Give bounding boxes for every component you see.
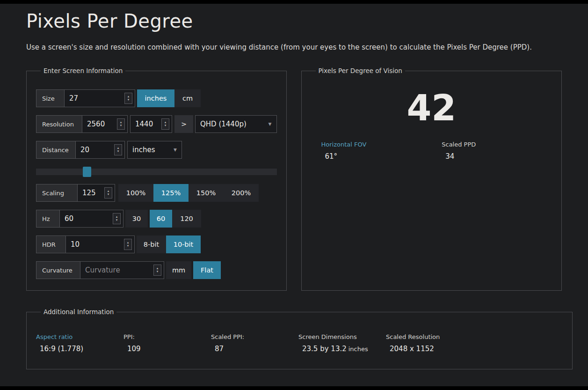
chevron-down-icon: ▼ xyxy=(167,147,177,152)
ppd-value: 42 xyxy=(311,89,552,127)
curvature-stepper[interactable]: ▴ ▾ xyxy=(153,265,161,276)
screen-information-legend: Enter Screen Information xyxy=(41,67,125,74)
scaled-ppi-label: Scaled PPI: xyxy=(211,333,298,340)
size-label: Size xyxy=(36,89,65,107)
spinner-down-icon: ▾ xyxy=(117,150,119,153)
page-subtitle: Use a screen's size and resolution combi… xyxy=(26,43,562,52)
hdr-10bit-button[interactable]: 10-bit xyxy=(166,235,201,253)
additional-information-legend: Additional Information xyxy=(41,308,116,316)
aspect-ratio-stat: Aspect ratio 16:9 (1.778) xyxy=(36,333,123,353)
screen-dimensions-unit: inches xyxy=(348,346,368,353)
horizontal-fov-label: Horizontal FOV xyxy=(321,141,432,148)
resolution-height-stepper[interactable]: ▴ ▾ xyxy=(161,118,169,130)
size-input-group: ▴ ▾ xyxy=(65,89,135,107)
distance-slider-track[interactable] xyxy=(36,169,277,175)
chevron-down-icon: ▼ xyxy=(262,122,272,126)
scaled-ppi-value: 87 xyxy=(211,345,298,353)
spinner-down-icon: ▾ xyxy=(128,98,130,102)
ppi-value: 109 xyxy=(123,345,211,353)
scaled-ppd-value: 34 xyxy=(442,152,552,161)
scaling-100-button[interactable]: 100% xyxy=(118,184,153,202)
screen-dimensions-value: 23.5 by 13.2inches xyxy=(298,345,386,353)
resolution-width-stepper[interactable]: ▴ ▾ xyxy=(117,118,125,130)
refresh-30-button[interactable]: 30 xyxy=(125,210,148,228)
size-stepper[interactable]: ▴ ▾ xyxy=(124,93,132,104)
ppi-label: PPI: xyxy=(123,333,211,340)
scaling-stepper[interactable]: ▴ ▾ xyxy=(104,187,112,199)
scaled-ppd-stat: Scaled PPD 34 xyxy=(431,141,552,161)
scaling-label: Scaling xyxy=(36,184,78,202)
screen-dimensions-label: Screen Dimensions xyxy=(298,333,386,340)
scaling-200-button[interactable]: 200% xyxy=(224,184,259,202)
hdr-row: HDR ▴ ▾ 8-bit 10-bit xyxy=(36,235,277,253)
curvature-mm-button[interactable]: mm xyxy=(166,261,191,279)
size-unit-cm-button[interactable]: cm xyxy=(174,89,201,107)
scaled-resolution-label: Scaled Resolution xyxy=(386,333,473,340)
refresh-rate-row: Hz ▴ ▾ 30 60 120 xyxy=(36,210,277,228)
distance-unit-value: inches xyxy=(132,146,155,154)
distance-slider-handle[interactable] xyxy=(83,167,91,177)
resolution-width-input-group: ▴ ▾ xyxy=(82,115,128,133)
ppd-stats-row: Horizontal FOV 61° Scaled PPD 34 xyxy=(311,141,552,161)
resolution-preset-value: QHD (1440p) xyxy=(200,120,247,128)
hdr-8bit-button[interactable]: 8-bit xyxy=(137,235,166,253)
spinner-down-icon: ▾ xyxy=(108,193,109,196)
resolution-swap-button[interactable]: > xyxy=(174,115,193,133)
ppd-result-legend: Pixels Per Degree of Vision xyxy=(316,67,405,74)
distance-label: Distance xyxy=(36,141,76,159)
ppi-stat: PPI: 109 xyxy=(123,333,211,353)
refresh-rate-label: Hz xyxy=(36,210,60,228)
scaled-ppi-stat: Scaled PPI: 87 xyxy=(211,333,298,353)
page: Pixels Per Degree Use a screen's size an… xyxy=(0,4,588,386)
main-panels: Enter Screen Information Size ▴ ▾ inches… xyxy=(26,67,562,291)
aspect-ratio-label: Aspect ratio xyxy=(36,333,123,340)
resolution-row: Resolution ▴ ▾ ▴ ▾ > QH xyxy=(36,115,277,133)
curvature-input-group: ▴ ▾ xyxy=(80,261,164,279)
spinner-down-icon: ▾ xyxy=(120,124,122,127)
curvature-row: Curvature ▴ ▾ mm Flat xyxy=(36,261,277,279)
horizontal-fov-stat: Horizontal FOV 61° xyxy=(311,141,432,161)
hdr-label: HDR xyxy=(36,235,66,253)
distance-stepper[interactable]: ▴ ▾ xyxy=(114,144,122,155)
scaled-resolution-stat: Scaled Resolution 2048 x 1152 xyxy=(386,333,473,353)
horizontal-fov-value: 61° xyxy=(321,152,432,161)
spinner-down-icon: ▾ xyxy=(116,219,118,222)
scaled-ppd-label: Scaled PPD xyxy=(442,141,552,148)
distance-row: Distance ▴ ▾ inches ▼ xyxy=(36,141,277,159)
distance-input-group: ▴ ▾ xyxy=(76,141,125,159)
scaling-row: Scaling ▴ ▾ 100% 125% 150% 200% xyxy=(36,184,277,202)
resolution-height-input-group: ▴ ▾ xyxy=(130,115,172,133)
spinner-down-icon: ▾ xyxy=(127,244,129,248)
spinner-down-icon: ▾ xyxy=(157,270,159,273)
distance-slider[interactable] xyxy=(36,167,277,177)
hdr-stepper[interactable]: ▴ ▾ xyxy=(124,239,132,250)
distance-unit-select[interactable]: inches ▼ xyxy=(127,141,182,159)
page-title: Pixels Per Degree xyxy=(26,10,562,32)
curvature-label: Curvature xyxy=(36,261,80,279)
aspect-ratio-value: 16:9 (1.778) xyxy=(36,345,123,353)
refresh-rate-stepper[interactable]: ▴ ▾ xyxy=(113,213,121,224)
refresh-rate-input-group: ▴ ▾ xyxy=(60,210,123,228)
scaled-resolution-value: 2048 x 1152 xyxy=(386,345,473,353)
scaling-150-button[interactable]: 150% xyxy=(189,184,224,202)
additional-information-row: Aspect ratio 16:9 (1.778) PPI: 109 Scale… xyxy=(36,333,563,353)
hdr-input-group: ▴ ▾ xyxy=(66,235,135,253)
size-row: Size ▴ ▾ inches cm xyxy=(36,89,277,107)
size-unit-inches-button[interactable]: inches xyxy=(137,89,174,107)
resolution-label: Resolution xyxy=(36,115,82,133)
additional-information-panel: Additional Information Aspect ratio 16:9… xyxy=(26,308,573,369)
spinner-down-icon: ▾ xyxy=(165,124,167,127)
scaling-input-group: ▴ ▾ xyxy=(78,184,115,202)
ppd-result-panel: Pixels Per Degree of Vision 42 Horizonta… xyxy=(301,67,562,291)
curvature-input[interactable] xyxy=(80,266,164,274)
screen-dimensions-stat: Screen Dimensions 23.5 by 13.2inches xyxy=(298,333,386,353)
curvature-flat-button[interactable]: Flat xyxy=(193,261,221,279)
resolution-preset-select[interactable]: QHD (1440p) ▼ xyxy=(195,115,277,133)
refresh-120-button[interactable]: 120 xyxy=(172,210,201,228)
screen-dimensions-number: 23.5 by 13.2 xyxy=(302,345,347,353)
screen-information-panel: Enter Screen Information Size ▴ ▾ inches… xyxy=(26,67,287,291)
refresh-60-button[interactable]: 60 xyxy=(150,210,172,228)
scaling-125-button[interactable]: 125% xyxy=(153,184,189,202)
